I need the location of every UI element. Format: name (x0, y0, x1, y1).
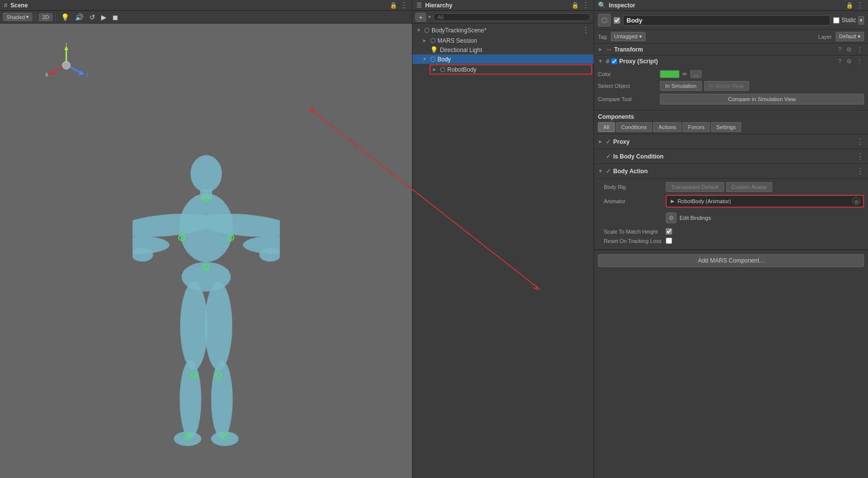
proxy-script-help-btn[interactable]: ? (837, 58, 843, 65)
proxy-item-dots[interactable]: ⋮ (856, 137, 864, 146)
edit-bindings-row: ⚙ Edit Bindings (604, 209, 864, 227)
tab-settings[interactable]: Settings (711, 122, 741, 132)
edit-bindings-btn[interactable]: ⚙ Edit Bindings (666, 211, 711, 225)
animator-row: Animator ► RobotBody (Animator) ◎ (604, 193, 864, 209)
in-simulation-btn[interactable]: In Simulation (660, 81, 702, 91)
color-dots-btn[interactable]: ... (690, 70, 702, 78)
svg-text:x: x (45, 71, 48, 78)
inspector-obj-icon: ⬡ (598, 14, 611, 27)
layer-dropdown[interactable]: Default ▾ (836, 32, 864, 41)
light-icon-btn[interactable]: 💡 (59, 12, 71, 22)
custom-avatar-btn[interactable]: Custom Avatar (726, 182, 772, 192)
proxy-script-settings-btn[interactable]: ⚙ (845, 58, 853, 65)
object-enabled-checkbox[interactable] (614, 17, 620, 24)
hierarchy-item-robotbody[interactable]: ► ⬡ RobotBody (430, 65, 592, 74)
scene-lock-icon: 🔒 (390, 2, 397, 9)
hierarchy-item-dir-light[interactable]: 💡 Directional Light (412, 45, 594, 54)
svg-marker-29 (48, 70, 54, 75)
reset-on-tracking-checkbox[interactable] (666, 238, 672, 244)
components-label: Components (594, 110, 868, 122)
transform-icon: ↔ (606, 46, 612, 53)
compare-tool-row: Compare Tool Compare in Simulation View (598, 92, 864, 106)
proxy-expand-arrow: ► (598, 139, 604, 144)
static-checkbox[interactable] (833, 17, 840, 24)
transform-arrow: ► (598, 47, 604, 52)
btn-2d[interactable]: 2D (39, 13, 53, 21)
hierarchy-dots-icon[interactable]: ⋮ (582, 0, 590, 10)
tab-all[interactable]: All (598, 122, 615, 132)
scale-to-match-label: Scale To Match Height (604, 229, 663, 235)
body-action-dots[interactable]: ⋮ (856, 166, 864, 176)
proxy-item-name: Proxy (613, 138, 854, 145)
add-object-btn[interactable]: + (415, 13, 426, 22)
transparent-default-btn[interactable]: Transparent Default (666, 182, 724, 192)
in-scene-view-btn[interactable]: In Scene View (704, 81, 749, 91)
svg-marker-31 (79, 70, 84, 75)
svg-point-2 (190, 155, 222, 192)
inspector-lock-icon: 🔒 (846, 2, 853, 9)
proxy-script-enabled-checkbox[interactable] (611, 58, 617, 64)
gizmos-icon-btn[interactable]: ◼ (110, 12, 120, 22)
layer-label: Layer (818, 34, 832, 40)
human-figure (133, 149, 280, 453)
scene-dots-icon[interactable]: ⋮ (400, 0, 408, 10)
transform-header[interactable]: ► ↔ Transform ? ⚙ ⋮ (594, 44, 868, 55)
hierarchy-item-mars-session[interactable]: ► ⬡ MARS Session (412, 36, 594, 45)
hierarchy-content: ▼ ⬡ BodyTrackingScene* ⋮ ► ⬡ MARS Sessio… (412, 24, 594, 478)
light-icon: 💡 (430, 46, 438, 53)
is-body-condition-item[interactable]: ✓ Is Body Condition ⋮ (594, 149, 868, 164)
transform-name: Transform (614, 46, 835, 53)
proxy-list-item[interactable]: ► ✓ Proxy ⋮ (594, 134, 868, 149)
object-name-input[interactable] (623, 15, 830, 26)
is-body-expand-arrow (598, 154, 604, 159)
proxy-script-header[interactable]: ▼ # Proxy (Script) ? ⚙ ⋮ (594, 55, 868, 67)
scale-to-match-checkbox[interactable] (666, 228, 672, 235)
transform-dots-btn[interactable]: ⋮ (855, 46, 864, 53)
hierarchy-list-icon: ☰ (416, 1, 422, 9)
scene-panel: # Scene 🔒 ⋮ Shaded ▾ 2D 💡 🔊 ↺ ▶ ◼ (0, 0, 412, 478)
scene-grid-icon: # (4, 1, 7, 9)
tag-dropdown[interactable]: Untagged ▾ (611, 32, 646, 41)
select-object-row: Select Object In Simulation In Scene Vie… (598, 80, 864, 92)
svg-point-12 (180, 282, 208, 370)
inspector-dots-icon[interactable]: ⋮ (856, 0, 864, 10)
transform-help-btn[interactable]: ? (837, 46, 843, 53)
animator-value: RobotBody (Animator) (678, 198, 850, 204)
animator-field[interactable]: ► RobotBody (Animator) ◎ (666, 195, 864, 208)
play-icon-btn[interactable]: ▶ (99, 12, 108, 22)
transform-section: ► ↔ Transform ? ⚙ ⋮ (594, 44, 868, 55)
hierarchy-item-body[interactable]: ▼ ⬡ Body (412, 54, 594, 64)
tag-layer-row: Tag Untagged ▾ Layer Default ▾ (594, 30, 868, 44)
reset-on-tracking-row: Reset On Tracking Loss (604, 236, 864, 245)
svg-point-32 (62, 61, 70, 69)
color-picker-icon[interactable]: ✏ (682, 71, 687, 78)
tab-conditions[interactable]: Conditions (616, 122, 652, 132)
add-component-row: Add MARS Component... (594, 250, 868, 271)
compare-tool-btn[interactable]: Compare in Simulation View (660, 94, 864, 105)
transform-settings-btn[interactable]: ⚙ (845, 46, 853, 53)
static-dropdown[interactable]: ▾ (858, 16, 864, 25)
body-action-content: Body Rig Transparent Default Custom Avat… (594, 179, 868, 250)
inspector-name-row: ⬡ Static ▾ (594, 11, 868, 30)
scene-toolbar: Shaded ▾ 2D 💡 🔊 ↺ ▶ ◼ (0, 11, 412, 24)
scene-item-dots[interactable]: ⋮ (582, 26, 590, 35)
shading-dropdown[interactable]: Shaded ▾ (3, 13, 32, 21)
proxy-script-dots-btn[interactable]: ⋮ (855, 58, 864, 65)
tag-label: Tag (598, 34, 607, 40)
audio-icon-btn[interactable]: 🔊 (73, 12, 85, 22)
svg-text:Y: Y (64, 43, 68, 47)
tab-forces[interactable]: Forces (682, 122, 710, 132)
add-component-btn[interactable]: Add MARS Component... (598, 254, 864, 267)
is-body-item-dots[interactable]: ⋮ (856, 152, 864, 161)
body-action-item[interactable]: ▼ ✓ Body Action ⋮ (594, 164, 868, 179)
animator-circle-btn[interactable]: ◎ (852, 197, 860, 205)
body-cube-icon: ⬡ (430, 55, 435, 63)
hierarchy-item-bodytrackerscene[interactable]: ▼ ⬡ BodyTrackingScene* ⋮ (412, 25, 594, 36)
effects-icon-btn[interactable]: ↺ (87, 12, 97, 22)
svg-point-14 (180, 360, 201, 439)
tab-actions[interactable]: Actions (653, 122, 681, 132)
reset-on-tracking-label: Reset On Tracking Loss (604, 238, 663, 244)
hierarchy-search[interactable] (433, 13, 591, 21)
color-swatch[interactable] (660, 70, 679, 78)
static-row: Static ▾ (833, 16, 864, 25)
